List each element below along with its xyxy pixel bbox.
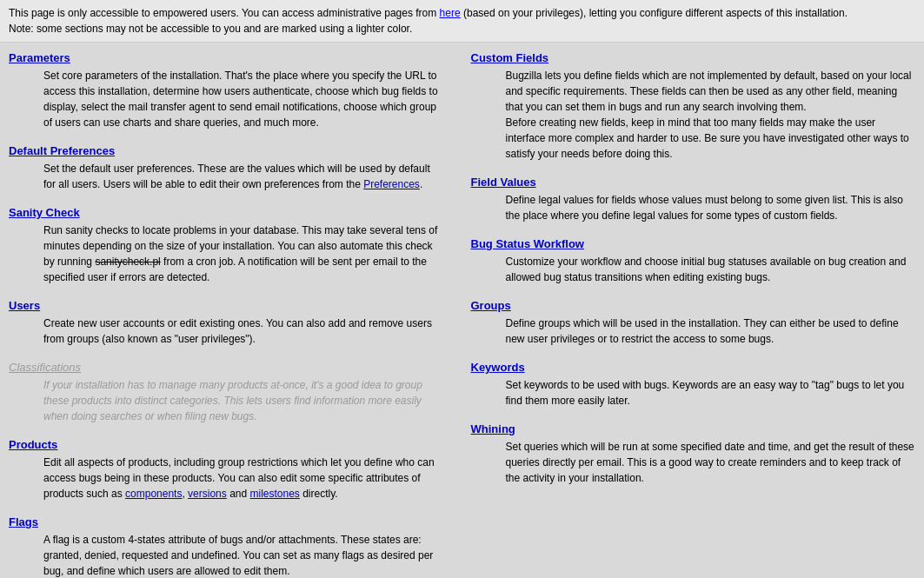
classifications-desc: If your installation has to manage many …	[9, 377, 445, 424]
sanity-check-desc: Run sanity checks to locate problems in …	[9, 223, 445, 285]
custom-fields-desc: Bugzilla lets you define fields which ar…	[471, 68, 916, 162]
groups-link[interactable]: Groups	[471, 299, 916, 312]
users-desc: Create new user accounts or edit existin…	[9, 316, 445, 347]
keywords-link[interactable]: Keywords	[471, 361, 916, 374]
section-users: Users Create new user accounts or edit e…	[9, 299, 445, 347]
custom-fields-link[interactable]: Custom Fields	[471, 51, 916, 64]
products-link[interactable]: Products	[9, 438, 445, 451]
notice-bar: This page is only accessible to empowere…	[0, 0, 924, 43]
sanity-check-link[interactable]: Sanity Check	[9, 206, 445, 219]
parameters-desc: Set core parameters of the installation.…	[9, 68, 445, 130]
section-bug-status-workflow: Bug Status Workflow Customize your workf…	[471, 237, 916, 285]
section-field-values: Field Values Define legal values for fie…	[471, 176, 916, 223]
section-flags: Flags A flag is a custom 4-states attrib…	[9, 515, 445, 578]
bug-status-workflow-link[interactable]: Bug Status Workflow	[471, 237, 916, 250]
groups-desc: Define groups which will be used in the …	[471, 316, 916, 347]
flags-desc: A flag is a custom 4-states attribute of…	[9, 532, 445, 578]
classifications-title: Classifications	[9, 361, 445, 374]
products-desc: Edit all aspects of products, including …	[9, 455, 445, 502]
sanitycheck-code: sanitycheck.pl	[95, 256, 160, 268]
parameters-link[interactable]: Parameters	[9, 51, 445, 64]
bug-status-workflow-desc: Customize your workflow and choose initi…	[471, 254, 916, 285]
right-column: Custom Fields Bugzilla lets you define f…	[462, 51, 916, 578]
whining-desc: Set queries which will be run at some sp…	[471, 439, 916, 486]
default-preferences-link[interactable]: Default Preferences	[9, 144, 445, 157]
components-link[interactable]: components	[125, 488, 182, 500]
preferences-link[interactable]: Preferences	[363, 178, 420, 190]
section-groups: Groups Define groups which will be used …	[471, 299, 916, 347]
milestones-link[interactable]: milestones	[250, 488, 300, 500]
keywords-desc: Set keywords to be used with bugs. Keywo…	[471, 377, 916, 409]
section-default-preferences: Default Preferences Set the default user…	[9, 144, 445, 192]
default-preferences-desc: Set the default user preferences. These …	[9, 161, 445, 192]
section-sanity-check: Sanity Check Run sanity checks to locate…	[9, 206, 445, 285]
left-column: Parameters Set core parameters of the in…	[9, 51, 462, 578]
field-values-link[interactable]: Field Values	[471, 176, 916, 189]
section-whining: Whining Set queries which will be run at…	[471, 422, 916, 486]
users-link[interactable]: Users	[9, 299, 445, 312]
section-custom-fields: Custom Fields Bugzilla lets you define f…	[471, 51, 916, 162]
flags-link[interactable]: Flags	[9, 515, 445, 528]
section-keywords: Keywords Set keywords to be used with bu…	[471, 361, 916, 409]
notice-text: This page is only accessible to empowere…	[9, 7, 848, 35]
section-parameters: Parameters Set core parameters of the in…	[9, 51, 445, 130]
versions-link[interactable]: versions	[188, 488, 227, 500]
whining-link[interactable]: Whining	[471, 422, 916, 435]
field-values-desc: Define legal values for fields whose val…	[471, 192, 916, 223]
section-classifications: Classifications If your installation has…	[9, 361, 445, 424]
section-products: Products Edit all aspects of products, i…	[9, 438, 445, 502]
here-link[interactable]: here	[440, 7, 461, 19]
